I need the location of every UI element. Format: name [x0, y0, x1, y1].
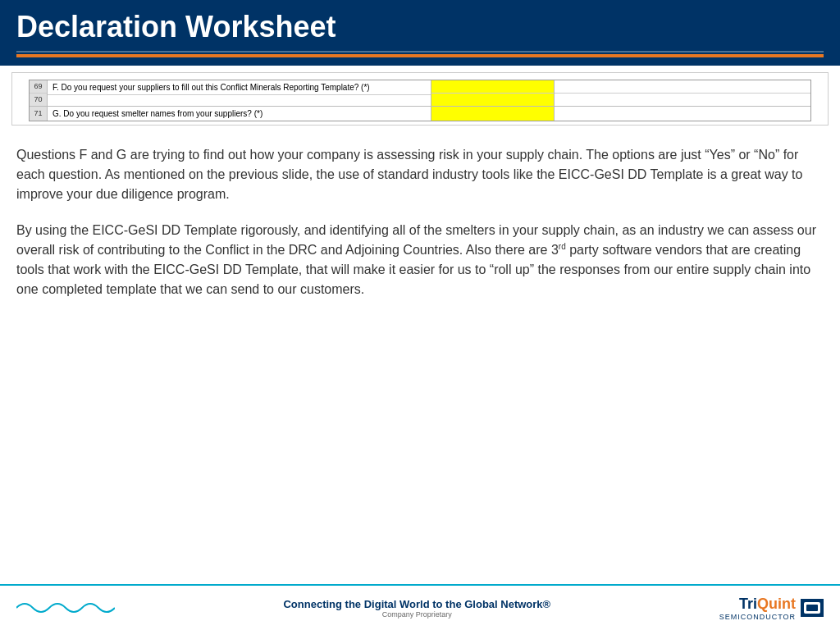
- footer-sub: Company Proprietary: [115, 610, 719, 619]
- page-title: Declaration Worksheet: [16, 10, 824, 44]
- row-num-70: 70: [30, 94, 47, 106]
- footer: Connecting the Digital World to the Glob…: [0, 584, 840, 630]
- header-line-orange: [16, 54, 824, 57]
- input-cell-f-2[interactable]: [555, 94, 810, 106]
- header: Declaration Worksheet: [0, 0, 840, 66]
- logo-semi: SEMICONDUCTOR: [719, 613, 796, 621]
- question-f: F. Do you request your suppliers to fill…: [48, 80, 431, 95]
- table-row: 69 70 F. Do you request your suppliers t…: [30, 80, 810, 107]
- footer-logo: TriQuint SEMICONDUCTOR: [719, 596, 824, 621]
- logo-tri: Tri: [739, 596, 757, 612]
- logo-name: TriQuint: [719, 596, 796, 613]
- table-row: 71 G. Do you request smelter names from …: [30, 107, 810, 121]
- input-col-g: [555, 107, 810, 121]
- header-line-light: [16, 51, 824, 52]
- logo-quint: Quint: [757, 596, 796, 612]
- svg-rect-2: [806, 605, 818, 611]
- logo-chip-icon: [801, 599, 824, 617]
- footer-tagline: Connecting the Digital World to the Glob…: [115, 598, 719, 610]
- row-numbers-col: 69 70: [30, 80, 48, 106]
- row-num-71: 71: [30, 107, 47, 120]
- table-section: 69 70 F. Do you request your suppliers t…: [11, 72, 829, 126]
- logo-row: TriQuint SEMICONDUCTOR: [719, 596, 824, 621]
- footer-center: Connecting the Digital World to the Glob…: [115, 598, 719, 619]
- question-f-empty: [48, 95, 431, 106]
- input-col-f: [555, 80, 810, 106]
- question-col-f: F. Do you request your suppliers to fill…: [48, 80, 431, 106]
- question-g: G. Do you request smelter names from you…: [48, 107, 431, 121]
- yellow-col-g: [431, 107, 555, 121]
- row-numbers-col-g: 71: [30, 107, 48, 121]
- input-cell-g-1[interactable]: [555, 107, 810, 121]
- paragraph-2: By using the EICC-GeSI DD Template rigor…: [16, 221, 824, 299]
- footer-wave-icon: [16, 593, 115, 623]
- header-decoration: [16, 49, 824, 57]
- question-col-g: G. Do you request smelter names from you…: [48, 107, 431, 121]
- paragraph-1: Questions F and G are trying to find out…: [16, 145, 824, 204]
- superscript-rd: rd: [559, 242, 566, 251]
- yellow-col-f: [431, 80, 555, 106]
- yellow-cell-f-1[interactable]: [431, 80, 554, 94]
- worksheet-table: 69 70 F. Do you request your suppliers t…: [29, 80, 811, 121]
- yellow-cell-f-2[interactable]: [431, 94, 554, 106]
- logo-text-block: TriQuint SEMICONDUCTOR: [719, 596, 796, 621]
- input-cell-f-1[interactable]: [555, 80, 810, 94]
- main-content: Questions F and G are trying to find out…: [0, 132, 840, 324]
- row-num-69: 69: [30, 80, 47, 94]
- yellow-cell-g-1[interactable]: [431, 107, 554, 121]
